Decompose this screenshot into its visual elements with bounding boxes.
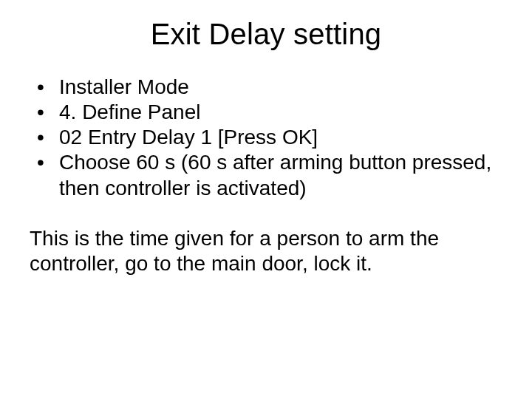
list-item-text: 02 Entry Delay 1 [Press OK] xyxy=(59,126,318,149)
list-item-text: Installer Mode xyxy=(59,75,189,98)
body-paragraph: This is the time given for a person to a… xyxy=(30,226,502,276)
slide: Exit Delay setting Installer Mode 4. Def… xyxy=(0,0,532,399)
list-item: 02 Entry Delay 1 [Press OK] xyxy=(33,125,502,150)
list-item: Choose 60 s (60 s after arming button pr… xyxy=(33,150,502,200)
list-item-text: Choose 60 s (60 s after arming button pr… xyxy=(59,151,491,199)
slide-title: Exit Delay setting xyxy=(30,18,502,51)
list-item: Installer Mode xyxy=(33,75,502,100)
list-item: 4. Define Panel xyxy=(33,100,502,125)
bullet-list: Installer Mode 4. Define Panel 02 Entry … xyxy=(30,75,502,201)
slide-body: Installer Mode 4. Define Panel 02 Entry … xyxy=(30,75,502,276)
list-item-text: 4. Define Panel xyxy=(59,100,200,123)
